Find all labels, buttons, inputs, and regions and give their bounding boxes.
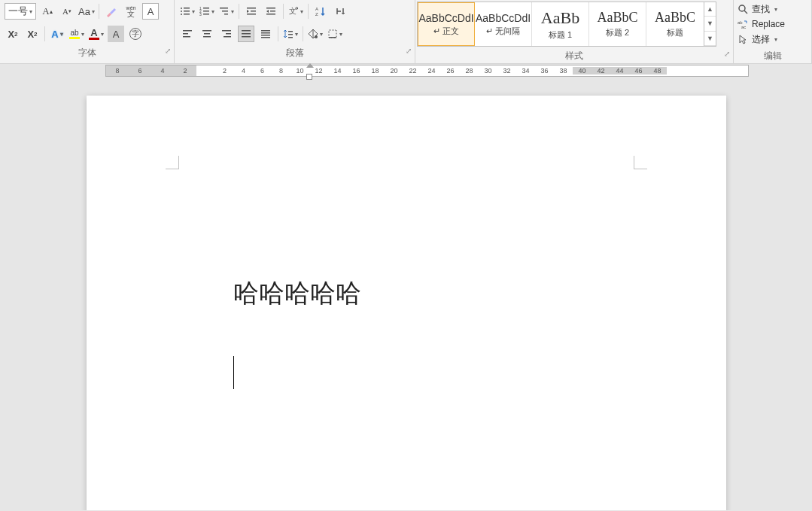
svg-rect-5 [184,14,190,15]
font-dialog-launcher[interactable]: ⤢ [165,44,171,59]
svg-rect-25 [183,33,188,35]
style-heading-1[interactable]: AaBb 标题 1 [532,2,589,46]
clear-formatting-button[interactable] [103,3,120,20]
svg-rect-11 [203,14,209,15]
first-line-indent-marker[interactable] [306,63,314,68]
svg-point-4 [181,14,182,15]
find-button[interactable]: 查找 ▾ [737,2,808,17]
ruler-tick: 6 [253,67,272,75]
change-case-button[interactable]: Aa▾ [78,3,95,20]
ruler-tick: 6 [129,67,151,75]
superscript-button[interactable]: X2 [24,26,41,42]
align-right-button[interactable] [218,26,235,42]
select-button[interactable]: 选择 ▾ [737,32,808,47]
paragraph-dialog-launcher[interactable]: ⤢ [406,44,412,59]
separator [44,26,45,41]
multilevel-list-button[interactable]: ▾ [218,3,235,20]
ruler-tick: 36 [535,67,554,75]
styles-expand-icon[interactable]: ▼ [704,32,716,46]
document-page[interactable]: 哈哈哈哈哈 [87,96,726,510]
ruler-tick: 42 [592,67,610,75]
svg-rect-1 [184,8,190,9]
ruler-tick: 38 [554,67,573,75]
styles-scroll-down-icon[interactable]: ▼ [704,17,716,31]
svg-point-0 [181,8,182,9]
ruler-tick: 2 [174,67,196,75]
phonetic-guide-button[interactable]: wén文 [123,3,139,20]
line-spacing-button[interactable]: ▾ [282,26,299,42]
svg-point-2 [181,11,182,12]
styles-group: AaBbCcDdI ↵ 正文 AaBbCcDdI ↵ 无间隔 AaBb 标题 1… [415,0,734,63]
font-color-button[interactable]: A▾ [88,26,105,42]
svg-rect-20 [266,14,275,15]
align-distributed-button[interactable] [257,26,274,42]
shading-button[interactable]: ▾ [307,26,324,42]
svg-rect-27 [202,30,211,32]
svg-rect-35 [242,36,251,38]
ruler-tick: 30 [479,67,497,75]
styles-gallery: AaBbCcDdI ↵ 正文 AaBbCcDdI ↵ 无间隔 AaBb 标题 1… [417,2,716,47]
style-title[interactable]: AaBbC 标题 [646,2,704,46]
align-center-button[interactable] [199,26,215,42]
bullets-button[interactable]: ▾ [179,3,196,20]
cursor-icon [737,34,749,44]
ruler-tick: 26 [441,67,460,75]
svg-rect-15 [247,8,256,9]
character-border-button[interactable]: A [142,3,159,20]
replace-button[interactable]: abac Replace [737,17,808,32]
svg-rect-19 [270,11,275,12]
svg-text:ac: ac [741,25,746,29]
chevron-down-icon: ▾ [774,36,777,43]
sort-button[interactable]: AZ [312,3,329,20]
style-preview: AaBb [541,8,579,28]
svg-rect-44 [329,30,336,38]
asian-layout-button[interactable]: 文▾ [287,3,304,20]
style-normal[interactable]: AaBbCcDdI ↵ 正文 [418,2,475,46]
increase-font-button[interactable]: A▴ [39,3,56,20]
borders-button[interactable]: ▾ [327,26,343,42]
align-justify-button[interactable] [238,26,254,42]
select-label: 选择 [752,33,770,46]
decrease-indent-button[interactable] [243,3,260,20]
svg-rect-29 [203,36,211,38]
subscript-button[interactable]: X2 [5,26,21,42]
ruler-tick: 14 [328,67,347,75]
style-heading-2[interactable]: AaBbC 标题 2 [589,2,646,46]
align-left-button[interactable] [179,26,196,42]
styles-scroll-up-icon[interactable]: ▲ [704,2,716,17]
paragraph-group: ▾ 123▾ ▾ [175,0,415,63]
style-preview: AaBbC [598,10,638,26]
editing-section-label: 编辑 [734,48,811,63]
ribbon: 一号 ▾ A▴ A▾ Aa▾ wén文 A X2 [0,0,812,64]
highlight-color-button[interactable]: ab▾ [68,26,85,42]
separator [99,4,99,19]
document-text[interactable]: 哈哈哈哈哈 [233,276,640,311]
style-name: 标题 1 [549,29,572,41]
text-effects-button[interactable]: A▾ [49,26,65,42]
ruler-tick: 24 [422,67,441,75]
svg-rect-39 [261,37,270,38]
styles-dialog-launcher[interactable]: ⤢ [724,47,730,62]
replace-label: Replace [752,19,785,29]
style-no-spacing[interactable]: AaBbCcDdI ↵ 无间隔 [475,2,532,46]
ruler-tick: 4 [234,67,253,75]
increase-indent-button[interactable] [263,3,279,20]
horizontal-ruler[interactable]: 8 6 4 2 2 4 6 8 10 12 14 16 18 20 22 24 … [105,65,749,77]
character-shading-button[interactable]: A [108,26,124,42]
hanging-indent-marker[interactable] [306,74,312,80]
numbering-button[interactable]: 123▾ [199,3,215,20]
ruler-tick: 2 [215,67,234,75]
svg-rect-45 [329,37,336,38]
ruler-tick: 46 [629,67,648,75]
enclose-characters-button[interactable]: 字 [127,26,144,42]
ruler-area: 8 6 4 2 2 4 6 8 10 12 14 16 18 20 22 24 … [0,64,812,78]
style-preview: AaBbCcDdI [476,12,531,24]
font-size-combo[interactable]: 一号 ▾ [5,3,36,20]
svg-rect-28 [204,33,210,35]
separator [278,26,278,41]
document-area: 哈哈哈哈哈 [0,78,812,510]
svg-rect-24 [183,30,192,32]
show-marks-button[interactable] [332,3,348,20]
ruler-tick: 22 [403,67,422,75]
decrease-font-button[interactable]: A▾ [59,3,75,20]
